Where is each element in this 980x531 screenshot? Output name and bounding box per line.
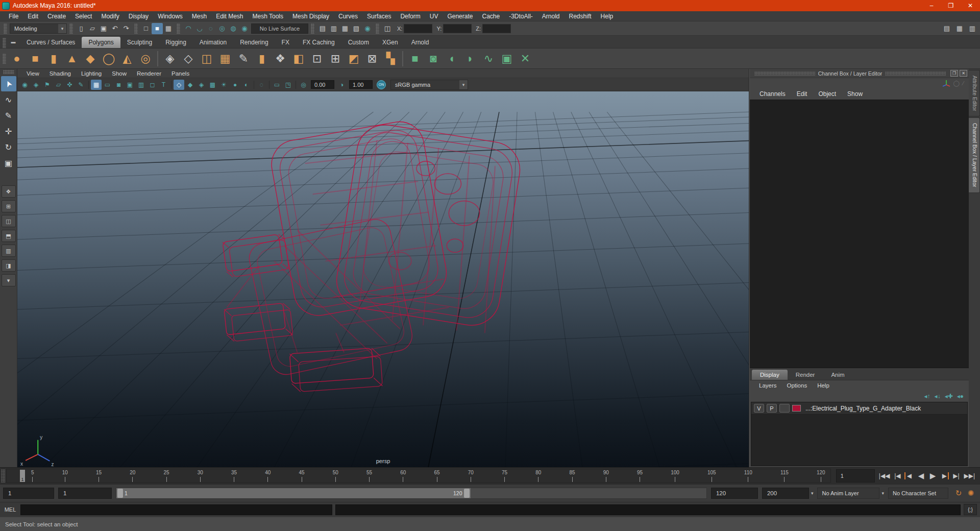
panel-menu-item[interactable]: Renderer [132,70,166,77]
menu-item[interactable]: Curves [334,11,362,21]
create-empty-layer-icon[interactable]: ◂✚ [945,393,953,400]
grease-pencil-icon[interactable]: ✎ [76,80,86,90]
menu-item[interactable]: Edit [23,11,43,21]
shelf-tab[interactable]: Arnold [405,37,436,48]
play-forwards-button[interactable]: ▶ [927,470,938,481]
menu-item[interactable]: Select [70,11,96,21]
channel-box-menu-item[interactable]: Channels [754,90,791,98]
select-camera-icon[interactable]: ◉ [19,80,30,90]
channel-box-toggle-icon[interactable]: ▥ [967,23,978,34]
menu-item[interactable]: Mesh [187,11,211,21]
play-backwards-button[interactable]: ◀ [916,470,926,481]
menu-item[interactable]: Mesh Tools [248,11,288,21]
layer-row[interactable]: V P ...:Electrical_Plug_Type_G_Adapter_B… [751,402,967,415]
move-layer-down-icon[interactable]: ◂↓ [935,393,941,400]
grip-handle[interactable] [885,71,946,76]
go-to-end-button[interactable]: ▶▶| [963,470,976,481]
auto-keyframe-toggle-icon[interactable]: ↻ [952,489,965,498]
animation-end-field[interactable]: 200 [762,488,809,499]
lasso-select-tool[interactable]: ∿ [1,92,16,107]
grip-handle[interactable] [311,23,314,34]
bridge-icon[interactable]: ⊞ [326,50,345,68]
grip-handle[interactable] [4,23,7,34]
panel-menu-item[interactable]: View [21,70,44,77]
snap-to-points-icon[interactable]: ◌ [205,23,216,34]
live-surface-field[interactable]: No Live Surface [251,23,308,34]
crease-tool-icon[interactable]: ∿ [479,50,498,68]
shelf-tab[interactable]: Sculpting [120,37,159,48]
smooth-mesh-icon[interactable]: ▦ [216,50,234,68]
chevron-down-icon[interactable]: ▾ [881,491,884,496]
manip-axis-icon[interactable] [942,80,950,87]
script-editor-button[interactable]: {;} [964,504,977,515]
boolean-intersection-icon[interactable]: ◗ [461,50,479,68]
grip-handle[interactable] [754,71,815,76]
grip-handle[interactable] [376,23,379,34]
menu-item[interactable]: -3DtoAll- [504,11,537,21]
layer-color-swatch[interactable] [792,405,801,412]
grid-icon[interactable]: ▦ [91,80,102,90]
target-weld-icon[interactable]: ⊡ [308,50,326,68]
shelf-menu-icon[interactable]: ▬ [9,37,18,46]
textured-icon[interactable]: ▩ [207,80,218,90]
layout-outliner-persp-button[interactable]: ◫ [2,215,16,227]
render-settings-icon[interactable]: ▧ [351,23,362,34]
snap-to-curves-icon[interactable]: ◡ [194,23,205,34]
menu-item[interactable]: Mesh Display [288,11,334,21]
save-scene-icon[interactable]: ▣ [98,23,109,34]
layer-editor-menu-item[interactable]: Help [812,382,835,389]
chevron-down-icon[interactable]: ▾ [811,491,814,496]
undo-icon[interactable]: ↶ [109,23,120,34]
gamma-field[interactable]: 1.00 [349,80,373,89]
film-gate-icon[interactable]: ▭ [102,80,113,90]
grip-handle[interactable] [3,70,14,74]
panel-menu-item[interactable]: Panels [166,70,194,77]
layout-two-pane-button[interactable]: ⊞ [2,200,16,212]
channel-box-menu-item[interactable]: Show [842,90,868,98]
smooth-icon[interactable]: ■ [406,50,424,68]
redo-icon[interactable]: ↷ [120,23,132,34]
minimize-button[interactable]: – [922,0,941,11]
z-input[interactable] [482,24,511,33]
lock-camera-icon[interactable]: ◈ [31,80,41,90]
current-time-marker[interactable]: 1 [20,470,25,482]
channel-box-menu-item[interactable]: Edit [791,90,813,98]
menu-item[interactable]: Generate [443,11,477,21]
poly-cube-icon[interactable]: ■ [26,50,44,68]
shelf-tab[interactable]: Curves / Surfaces [20,37,82,48]
shadows-icon[interactable]: ● [230,80,240,90]
menu-item[interactable]: Modify [96,11,124,21]
make-live-icon[interactable]: ◉ [239,23,250,34]
layer-visibility-toggle[interactable]: V [754,404,764,413]
channel-box-menu-item[interactable]: Object [813,90,842,98]
shelf-tab[interactable]: Custom [341,37,376,48]
close-button[interactable]: ✕ [961,0,980,11]
gate-mask-icon[interactable]: ▣ [125,80,135,90]
resolution-gate-icon[interactable]: ◙ [113,80,124,90]
menu-item[interactable]: Edit Mesh [211,11,248,21]
time-slider-track[interactable]: 1 51015202530354045505560657075808590951… [6,469,831,483]
layout-persp-outliner-button[interactable]: ◨ [2,259,16,272]
menu-item[interactable]: Cache [477,11,504,21]
poly-cylinder-icon[interactable]: ▮ [44,50,63,68]
snap-to-view-planes-icon[interactable]: ◍ [228,23,239,34]
paint-effects-icon[interactable]: ◉ [362,23,373,34]
new-scene-icon[interactable]: ▯ [76,23,87,34]
animation-start-field[interactable]: 1 [3,488,54,499]
command-input[interactable] [20,504,332,515]
layout-dropdown-button[interactable]: ▾ [2,274,16,286]
boolean-difference-icon[interactable]: ◖ [443,50,461,68]
snap-to-projected-center-icon[interactable]: ◎ [216,23,228,34]
use-all-lights-icon[interactable]: ☀ [218,80,229,90]
duplicate-face-icon[interactable]: ▚ [381,50,400,68]
manip-slider-icon[interactable]: ⁄ [963,80,964,87]
layout-four-view-button[interactable]: ❖ [2,185,16,198]
menu-item[interactable]: Arnold [537,11,565,21]
menu-item[interactable]: Surfaces [362,11,396,21]
snapshot-icon[interactable]: ▭ [272,80,282,90]
step-forward-frame-button[interactable]: ▶| [951,470,961,481]
move-layer-up-icon[interactable]: ◂↑ [924,393,930,400]
wireframe-on-shaded-icon[interactable]: ◈ [196,80,207,90]
multi-pane-icon[interactable]: ◳ [283,80,293,90]
boolean-union-icon[interactable]: ◙ [424,50,443,68]
